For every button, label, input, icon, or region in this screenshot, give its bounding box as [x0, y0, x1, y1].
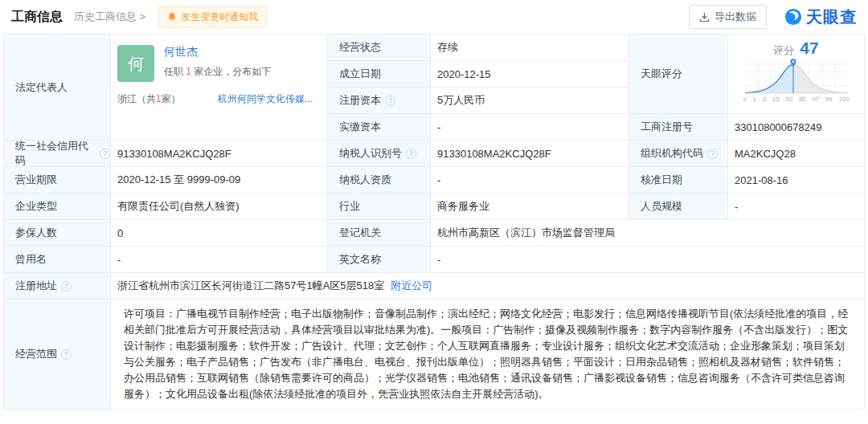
field-value-registered-address: 浙江省杭州市滨江区长河街道江二路57号1幢A区5层518室 附近公司: [111, 273, 864, 300]
field-label-english-name: 英文名称: [328, 247, 431, 273]
field-label-business-term: 营业期限: [4, 167, 111, 194]
change-notify-label: 发生变更时通知我: [181, 10, 258, 24]
field-value-org-code: MA2KCJQ28: [728, 141, 864, 167]
field-label-reg-number: 工商注册号: [629, 114, 728, 141]
field-label-status: 经营状态: [328, 35, 431, 61]
legal-rep-identity: 何世杰 任职 1 家企业，分布如下: [164, 45, 271, 82]
page-title: 工商信息: [11, 9, 63, 26]
business-info-panel: 工商信息 历史工商信息 > 发生变更时通知我 导出数据 天眼查 法定代表人 何: [0, 0, 868, 410]
legal-rep-avatar: 何: [117, 45, 154, 82]
legal-rep-company-link[interactable]: 杭州何同学文化传媒...: [218, 92, 319, 106]
field-label-company-type: 企业类型: [4, 194, 111, 220]
help-icon[interactable]: ?: [61, 349, 72, 360]
download-icon: [699, 12, 710, 22]
nearby-companies-link[interactable]: 附近公司: [391, 279, 432, 293]
field-value-approval-date: 2021-08-16: [728, 167, 864, 194]
legal-rep-distribution-row: 浙江（共1家） 杭州何同学文化传媒...: [117, 92, 319, 106]
field-value-registered-capital: 5万人民币: [431, 88, 629, 114]
field-value-status: 存续: [431, 35, 629, 61]
tianyancha-logo-icon: [784, 8, 802, 26]
field-value-english-name: -: [431, 247, 864, 273]
help-icon[interactable]: ?: [707, 149, 718, 159]
field-label-approval-date: 核准日期: [629, 167, 728, 194]
history-info-link[interactable]: 历史工商信息 >: [74, 10, 145, 24]
help-icon[interactable]: ?: [100, 149, 110, 159]
change-notify-badge[interactable]: 发生变更时通知我: [158, 6, 267, 28]
legal-representative-card: 何 何世杰 任职 1 家企业，分布如下 浙江（共1家） 杭州何同学文化传媒...: [111, 35, 328, 141]
field-label-insured-count: 参保人数: [4, 220, 111, 247]
field-label-business-scope: 经营范围?: [4, 300, 111, 409]
help-icon[interactable]: ?: [406, 149, 416, 159]
legal-rep-top-row: 何 何世杰 任职 1 家企业，分布如下: [117, 45, 319, 82]
field-value-taxpayer-id: 91330108MA2KCJQ28F: [431, 141, 629, 167]
score-axis-ticks: 0 1 3 15 50 85 97 99 100: [743, 96, 850, 103]
export-data-button[interactable]: 导出数据: [689, 5, 767, 29]
score-readout: 评分 47: [773, 39, 818, 58]
field-label-tianyan-score: 天眼评分: [629, 35, 728, 114]
brand-logo[interactable]: 天眼查: [784, 6, 857, 28]
field-label-taxpayer-id: 纳税人识别号?: [328, 141, 431, 167]
field-label-legal-representative: 法定代表人: [4, 35, 111, 141]
bell-icon: [167, 12, 177, 22]
help-icon[interactable]: ?: [61, 281, 72, 292]
field-label-staff-size: 人员规模: [629, 194, 728, 220]
field-label-industry: 行业: [328, 194, 431, 220]
legal-rep-positions: 任职 1 家企业，分布如下: [164, 65, 271, 79]
field-value-credit-code: 91330108MA2KCJQ28F: [111, 141, 328, 167]
field-value-former-name: -: [111, 247, 328, 273]
score-value: 47: [800, 39, 818, 58]
tianyan-score-card[interactable]: 评分 47 0 1 3 15: [728, 35, 864, 114]
field-value-industry: 商务服务业: [431, 194, 629, 220]
field-label-org-code: 组织机构代码?: [629, 141, 728, 167]
field-label-registered-capital: 注册资本?: [328, 88, 431, 114]
field-value-business-term: 2020-12-15 至 9999-09-09: [111, 167, 328, 194]
panel-header: 工商信息 历史工商信息 > 发生变更时通知我 导出数据 天眼查: [3, 0, 865, 34]
field-value-staff-size: -: [728, 194, 864, 220]
legal-rep-region: 浙江（共1家）: [117, 92, 218, 106]
help-icon[interactable]: ?: [385, 96, 395, 106]
field-value-registry-authority: 杭州市高新区（滨江）市场监督管理局: [431, 220, 864, 247]
field-label-established: 成立日期: [328, 61, 431, 88]
legal-rep-name-link[interactable]: 何世杰: [164, 45, 198, 59]
score-distribution-chart: [743, 58, 850, 95]
brand-name: 天眼查: [806, 6, 857, 28]
field-label-paid-capital: 实缴资本: [328, 114, 431, 141]
business-info-table: 法定代表人 何 何世杰 任职 1 家企业，分布如下 浙江（共1家） 杭州何同学文…: [3, 34, 865, 410]
field-label-registered-address: 注册地址?: [4, 273, 111, 300]
field-value-taxpayer-qualification: -: [431, 167, 629, 194]
export-data-label: 导出数据: [714, 10, 756, 24]
field-value-company-type: 有限责任公司(自然人独资): [111, 194, 328, 220]
field-value-business-scope: 许可项目：广播电视节目制作经营；电子出版物制作；音像制品制作；演出经纪；网络文化…: [111, 300, 864, 409]
field-label-former-name: 曾用名: [4, 247, 111, 273]
score-word: 评分: [773, 43, 794, 58]
field-label-taxpayer-qualification: 纳税人资质: [328, 167, 431, 194]
field-label-credit-code: 统一社会信用代码?: [4, 141, 111, 167]
field-value-established: 2020-12-15: [431, 61, 629, 88]
address-text: 浙江省杭州市滨江区长河街道江二路57号1幢A区5层518室: [117, 279, 384, 293]
field-label-registry-authority: 登记机关: [328, 220, 431, 247]
field-value-reg-number: 330108000678249: [728, 114, 864, 141]
field-value-paid-capital: -: [431, 114, 629, 141]
region-count: 1: [156, 93, 162, 104]
field-value-insured-count: 0: [111, 220, 328, 247]
